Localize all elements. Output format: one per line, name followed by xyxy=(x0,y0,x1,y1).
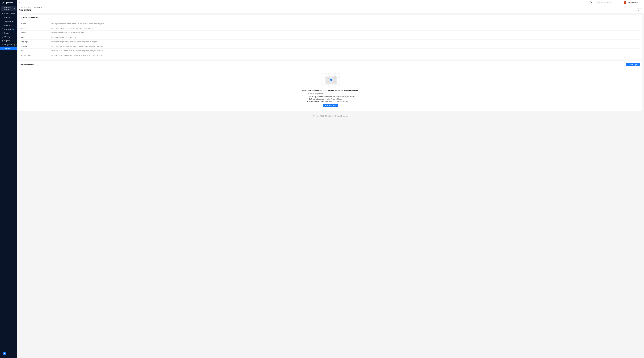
sidebar-item-label: Getting Started xyxy=(4,13,15,15)
lightning-icon xyxy=(2,13,3,15)
sidebar-item-label: Reports xyxy=(4,40,10,42)
menu-collapse-icon xyxy=(19,1,21,3)
sidebar-item-people[interactable]: People › xyxy=(0,31,17,35)
table-row: System The primary business function tha… xyxy=(20,26,640,31)
sidebar-item-label: People xyxy=(4,32,9,34)
property-description: The team that owns the component. xyxy=(51,36,640,38)
breadcrumb-separator: / xyxy=(33,6,33,8)
svg-rect-1 xyxy=(2,25,3,26)
svg-point-16 xyxy=(2,48,3,49)
help-button[interactable] xyxy=(590,1,592,4)
search-input[interactable] xyxy=(599,2,618,3)
empty-state-illustration xyxy=(320,72,341,87)
sidebar-item-label: Dashboard xyxy=(4,17,12,18)
svg-rect-39 xyxy=(333,81,336,82)
megaphone-icon xyxy=(594,1,596,3)
button-label: New Property xyxy=(327,105,336,106)
svg-point-27 xyxy=(638,10,639,10)
svg-marker-0 xyxy=(2,2,4,3)
breadcrumb-parent[interactable]: Component Types xyxy=(19,6,32,8)
gear-icon xyxy=(2,48,3,49)
svg-rect-11 xyxy=(3,41,3,41)
sidebar-item-label: Integrations xyxy=(4,44,12,45)
custom-properties-header: Custom Properties 0 New Property xyxy=(18,61,642,68)
default-properties-header: Default Properties xyxy=(18,15,642,20)
list-item: Make informed decisions through customiz… xyxy=(309,100,354,102)
chat-widget-button[interactable] xyxy=(2,352,6,356)
svg-line-26 xyxy=(620,3,620,3)
sidebar-item-integrations[interactable]: Integrations ⚠️ › xyxy=(0,43,17,46)
sidebar-collapse-toggle[interactable] xyxy=(19,1,21,4)
grid-icon xyxy=(2,44,3,45)
brand-name: OpsLevel xyxy=(5,1,13,3)
plus-icon xyxy=(324,105,326,106)
property-description: The primary business function that a com… xyxy=(51,27,640,29)
list-item: Enforce data standards using Property Ch… xyxy=(309,98,354,100)
svg-point-5 xyxy=(2,32,2,33)
sidebar-item-label: Maturity xyxy=(4,36,10,38)
username[interactable]: Dominik Dorosz xyxy=(628,2,639,3)
announcements-button[interactable] xyxy=(594,1,596,4)
new-property-cta-button[interactable]: New Property xyxy=(323,104,338,107)
sidebar-item-docs-hub[interactable]: Docs Hub NEW xyxy=(0,27,17,31)
table-row: Domain The largest business unit or vert… xyxy=(20,22,640,26)
sidebar-item-catalog[interactable]: Catalog › xyxy=(0,23,17,27)
detected-services-label: Detected Services xyxy=(4,6,14,10)
chart-icon xyxy=(2,40,3,42)
custom-properties-card: Custom Properties 0 New Property xyxy=(18,61,642,111)
custom-properties-count: 0 xyxy=(37,64,39,66)
logo[interactable]: OpsLevel xyxy=(0,0,17,5)
content-area: Default Properties Domain The largest bu… xyxy=(17,13,644,358)
table-row: Product The application that an end user… xyxy=(20,31,640,35)
empty-state-subhead: Add custom properties to: xyxy=(306,93,354,95)
svg-point-25 xyxy=(619,2,620,3)
property-name: Owner xyxy=(20,36,51,38)
svg-rect-36 xyxy=(326,78,329,79)
property-name: System xyxy=(20,27,51,29)
table-row: Owner The team that owns the component. xyxy=(20,35,640,40)
chevron-right-icon: › xyxy=(15,25,15,26)
detected-services-button[interactable]: Detected Services 0 xyxy=(1,6,16,11)
avatar[interactable]: DD xyxy=(624,1,626,4)
sidebar-item-getting-started[interactable]: Getting Started xyxy=(0,12,17,16)
svg-rect-13 xyxy=(2,44,3,44)
people-icon xyxy=(2,32,3,34)
property-name: Framework xyxy=(20,45,51,47)
svg-rect-15 xyxy=(2,45,3,45)
property-description: The largest business unit or vertical wi… xyxy=(51,23,640,25)
collapse-toggle[interactable] xyxy=(20,16,22,18)
notification-dot-icon xyxy=(11,25,12,26)
avatar-initials: DD xyxy=(624,2,626,3)
empty-state-headline: Customize OpsLevel with the properties t… xyxy=(302,89,358,91)
list-item: Track key component metadata consistentl… xyxy=(309,96,354,98)
chat-icon xyxy=(4,353,6,355)
chevron-right-icon: › xyxy=(15,48,15,49)
button-label: New Property xyxy=(630,64,639,66)
sidebar-item-dashboard[interactable]: Dashboard xyxy=(0,16,17,19)
sidebar-item-reports[interactable]: Reports xyxy=(0,39,17,43)
chevron-right-icon: › xyxy=(15,21,15,22)
sidebar-item-self-service[interactable]: Self-Service › xyxy=(0,19,17,23)
svg-point-33 xyxy=(326,76,326,76)
breadcrumb-current: Application xyxy=(34,6,42,8)
plus-icon xyxy=(627,64,629,65)
chevron-down-icon[interactable]: ⌄ xyxy=(641,2,642,3)
detected-services-count: 0 xyxy=(14,7,15,9)
new-badge: NEW xyxy=(12,28,15,30)
property-description: The primary software development framewo… xyxy=(51,45,640,47)
property-name: Tier xyxy=(20,50,51,52)
svg-rect-10 xyxy=(2,40,2,41)
chevron-right-icon: › xyxy=(16,44,17,45)
sidebar: OpsLevel Detected Services 0 Getting Sta… xyxy=(0,0,17,358)
page-settings-button[interactable]: ⌄ xyxy=(636,8,642,11)
sidebar-item-maturity[interactable]: Maturity › xyxy=(0,35,17,39)
search-box[interactable] xyxy=(598,1,622,4)
svg-point-35 xyxy=(327,76,328,76)
sidebar-item-settings[interactable]: Settings › xyxy=(0,46,17,50)
property-description: The primary programming language that a … xyxy=(51,41,640,43)
property-description: The measure of how critical or important… xyxy=(51,50,640,52)
svg-rect-12 xyxy=(2,44,2,44)
new-property-button[interactable]: New Property xyxy=(626,63,640,66)
sidebar-item-label: Docs Hub xyxy=(4,28,11,30)
svg-rect-38 xyxy=(326,81,329,82)
